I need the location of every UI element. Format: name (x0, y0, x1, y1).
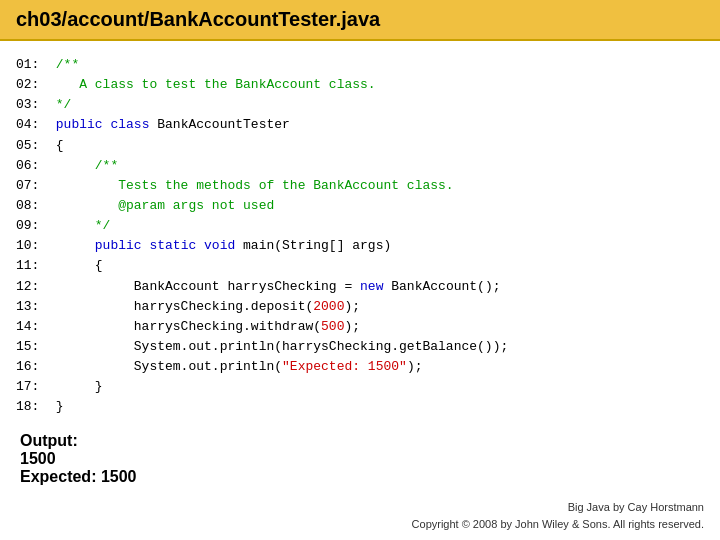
code-line-10: 10: public static void main(String[] arg… (16, 236, 704, 256)
code-line-17: 17: } (16, 377, 704, 397)
code-text-16: System.out.println("Expected: 1500"); (48, 357, 422, 377)
code-text-13: harrysChecking.deposit(2000); (48, 297, 360, 317)
code-text-12: BankAccount harrysChecking = new BankAcc… (48, 277, 501, 297)
code-text-08: @param args not used (48, 196, 274, 216)
code-text-03: */ (48, 95, 71, 115)
code-line-15: 15: System.out.println(harrysChecking.ge… (16, 337, 704, 357)
code-line-03: 03: */ (16, 95, 704, 115)
code-line-12: 12: BankAccount harrysChecking = new Ban… (16, 277, 704, 297)
code-text-09: */ (48, 216, 110, 236)
line-num-04: 04: (16, 115, 48, 135)
code-text-05: { (48, 136, 64, 156)
output-label: Output: (20, 432, 704, 450)
line-num-13: 13: (16, 297, 48, 317)
code-line-14: 14: harrysChecking.withdraw(500); (16, 317, 704, 337)
code-text-14: harrysChecking.withdraw(500); (48, 317, 360, 337)
line-num-11: 11: (16, 256, 48, 276)
code-line-13: 13: harrysChecking.deposit(2000); (16, 297, 704, 317)
line-num-10: 10: (16, 236, 48, 256)
code-line-06: 06: /** (16, 156, 704, 176)
line-num-15: 15: (16, 337, 48, 357)
footer: Big Java by Cay Horstmann Copyright © 20… (412, 499, 704, 532)
line-num-03: 03: (16, 95, 48, 115)
output-value: 1500 (20, 450, 704, 468)
line-num-08: 08: (16, 196, 48, 216)
line-num-09: 09: (16, 216, 48, 236)
code-line-07: 07: Tests the methods of the BankAccount… (16, 176, 704, 196)
code-text-04: public class BankAccountTester (48, 115, 290, 135)
line-num-14: 14: (16, 317, 48, 337)
footer-line1: Big Java by Cay Horstmann (412, 499, 704, 516)
code-line-02: 02: A class to test the BankAccount clas… (16, 75, 704, 95)
code-line-16: 16: System.out.println("Expected: 1500")… (16, 357, 704, 377)
footer-line2: Copyright © 2008 by John Wiley & Sons. A… (412, 516, 704, 533)
code-text-17: } (48, 377, 103, 397)
code-text-15: System.out.println(harrysChecking.getBal… (48, 337, 508, 357)
line-num-05: 05: (16, 136, 48, 156)
code-line-11: 11: { (16, 256, 704, 276)
code-text-07: Tests the methods of the BankAccount cla… (48, 176, 454, 196)
line-num-07: 07: (16, 176, 48, 196)
code-line-05: 05: { (16, 136, 704, 156)
content-area: 01: /** 02: A class to test the BankAcco… (0, 41, 720, 486)
line-num-16: 16: (16, 357, 48, 377)
page-title: ch03/account/BankAccountTester.java (0, 0, 720, 41)
expected-value: Expected: 1500 (20, 468, 704, 486)
code-text-06: /** (48, 156, 118, 176)
output-section: Output: 1500 Expected: 1500 (16, 432, 704, 486)
code-line-18: 18: } (16, 397, 704, 417)
code-text-02: A class to test the BankAccount class. (48, 75, 376, 95)
code-text-10: public static void main(String[] args) (48, 236, 391, 256)
line-num-18: 18: (16, 397, 48, 417)
code-line-09: 09: */ (16, 216, 704, 236)
line-num-06: 06: (16, 156, 48, 176)
line-num-12: 12: (16, 277, 48, 297)
code-text-18: } (48, 397, 64, 417)
code-line-04: 04: public class BankAccountTester (16, 115, 704, 135)
line-num-02: 02: (16, 75, 48, 95)
code-line-01: 01: /** (16, 55, 704, 75)
code-line-08: 08: @param args not used (16, 196, 704, 216)
line-num-01: 01: (16, 55, 48, 75)
code-text-01: /** (48, 55, 79, 75)
code-block: 01: /** 02: A class to test the BankAcco… (16, 55, 704, 418)
code-text-11: { (48, 256, 103, 276)
line-num-17: 17: (16, 377, 48, 397)
